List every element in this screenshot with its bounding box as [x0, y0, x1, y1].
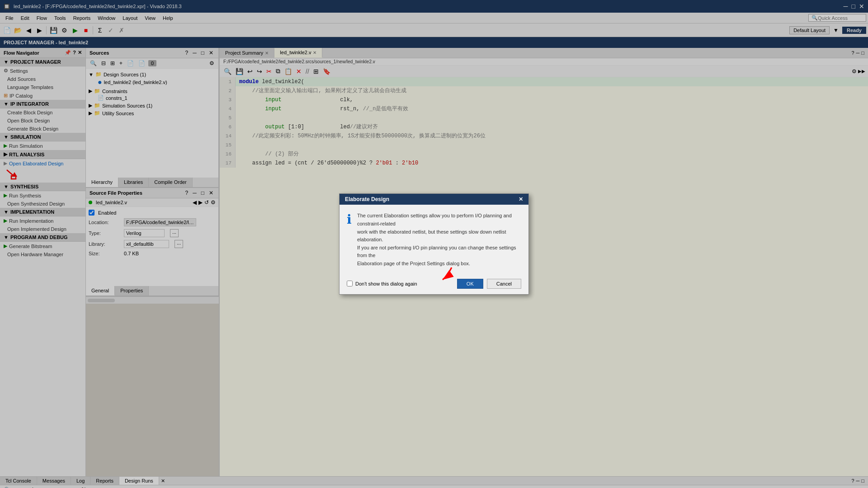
red-arrow-icon [434, 265, 456, 283]
ok-button-wrapper: OK [457, 279, 483, 289]
dont-show-checkbox[interactable] [347, 281, 353, 286]
cancel-button[interactable]: Cancel [487, 279, 521, 289]
modal-body: ℹ The current Elaboration settings allow… [340, 205, 528, 275]
modal-title-text: Elaborate Design [345, 196, 389, 202]
modal-title-bar: Elaborate Design ✕ [340, 194, 528, 205]
elaborate-design-dialog: Elaborate Design ✕ ℹ The current Elabora… [339, 193, 529, 294]
dont-show-label: Don't show this dialog again [355, 281, 417, 286]
modal-close-icon[interactable]: ✕ [519, 196, 523, 202]
modal-footer: Don't show this dialog again OK C [340, 275, 528, 294]
modal-buttons: OK Cancel [457, 279, 521, 289]
ok-button[interactable]: OK [457, 279, 483, 289]
info-icon: ℹ [347, 212, 352, 267]
modal-message-text: The current Elaboration settings allow y… [357, 212, 521, 267]
modal-overlay: Elaborate Design ✕ ℹ The current Elabora… [0, 0, 868, 488]
dont-show-row: Don't show this dialog again [347, 281, 417, 286]
